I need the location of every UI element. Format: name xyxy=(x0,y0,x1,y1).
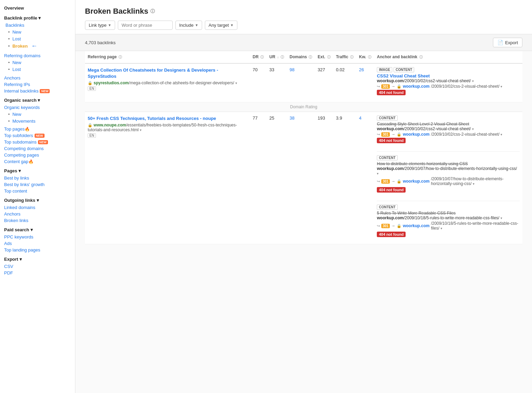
lock-icon-6: 🔒 xyxy=(397,224,401,228)
include-filter[interactable]: Include ▼ xyxy=(175,21,202,30)
sidebar-linked-domains[interactable]: Linked domains xyxy=(4,204,71,211)
domains-info-icon[interactable]: ⓘ xyxy=(309,55,312,59)
page-title-info-icon[interactable]: ⓘ xyxy=(150,8,155,14)
backlinks-count: 4,703 backlinks xyxy=(85,40,116,45)
summary-bar: 4,703 backlinks 📄 Export xyxy=(75,34,532,51)
status-301-badge-3: 301 xyxy=(381,224,390,228)
sidebar-anchors-out[interactable]: Anchors xyxy=(4,211,71,217)
sidebar-ok-new[interactable]: New xyxy=(4,111,71,118)
redirect-domain-2[interactable]: woorkup.com xyxy=(403,179,430,184)
lock-icon: 🔒 xyxy=(88,81,92,85)
anchor-info-icon[interactable]: ⓘ xyxy=(419,55,423,59)
sidebar-competing-pages[interactable]: Competing pages xyxy=(4,152,71,158)
sidebar-sub-new[interactable]: New xyxy=(4,29,71,35)
sidebar: Overview Backlink profile ▾ Backlinks Ne… xyxy=(0,0,75,393)
main-content: Broken Backlinks ⓘ Link type ▼ Include ▼… xyxy=(75,0,532,393)
link-type-chevron-icon: ▼ xyxy=(108,23,111,27)
main-header: Broken Backlinks ⓘ Link type ▼ Include ▼… xyxy=(75,0,532,34)
sidebar-ok-movements[interactable]: Movements xyxy=(4,118,71,124)
sidebar-item-backlinks[interactable]: Backlinks xyxy=(4,22,71,28)
sidebar-top-subdomains[interactable]: Top subdomains xyxy=(4,139,37,145)
sidebar-internal-backlinks[interactable]: Internal backlinks xyxy=(4,88,38,94)
export-label: Export xyxy=(505,40,518,45)
anchor-text-strikethrough-1: Cascading Style Sheet Level 2 Visual Che… xyxy=(377,122,469,126)
ur-cell-2: 25 xyxy=(267,112,287,244)
redirect-expand-icon[interactable]: ▾ xyxy=(500,85,502,88)
sidebar-sub-broken[interactable]: Broken ← xyxy=(4,42,71,50)
link-type-filter[interactable]: Link type ▼ xyxy=(85,21,115,30)
include-label: Include xyxy=(179,23,194,28)
sidebar-anchors[interactable]: Anchors xyxy=(4,75,71,81)
kw-value[interactable]: 26 xyxy=(359,67,364,72)
status-404-badge-3: 404 not found xyxy=(377,232,406,237)
path-expand-icon[interactable]: ▾ xyxy=(235,81,237,85)
word-or-phrase-input[interactable] xyxy=(118,21,173,30)
sidebar-paid-search[interactable]: Paid search ▾ xyxy=(4,227,71,232)
dr-cell: 70 xyxy=(250,63,267,102)
backlink-expand-icon[interactable]: ▾ xyxy=(472,79,474,83)
backlink-expand-icon-3[interactable]: ▾ xyxy=(500,216,502,220)
sidebar-best-by-links[interactable]: Best by links xyxy=(4,175,71,181)
traffic-info-icon[interactable]: ⓘ xyxy=(350,55,354,59)
sidebar-backlink-profile[interactable]: Backlink profile ▾ xyxy=(4,15,71,21)
ext-info-icon[interactable]: ⓘ xyxy=(327,55,331,59)
backlink-expand-icon-1[interactable]: ▾ xyxy=(472,127,474,131)
sidebar-rd-lost[interactable]: Lost xyxy=(4,66,71,73)
sidebar-ppc-keywords[interactable]: PPC keywords xyxy=(4,234,71,240)
ext-cell-2: 193 xyxy=(315,112,333,244)
sidebar-sub-lost[interactable]: Lost xyxy=(4,36,71,42)
sidebar-organic-search[interactable]: Organic search ▾ xyxy=(4,98,71,103)
sidebar-outgoing-links[interactable]: Outgoing links ▾ xyxy=(4,198,71,203)
referring-page-link[interactable]: Mega Collection Of Cheatsheets for Desig… xyxy=(88,67,247,79)
any-target-filter[interactable]: Any target ▼ xyxy=(205,21,237,30)
status-404-badge-1: 404 not found xyxy=(377,138,406,143)
export-button[interactable]: 📄 Export xyxy=(493,38,522,47)
content-labels-1: CONTENT xyxy=(377,115,520,121)
redirect-arrow2-icon-2: → xyxy=(391,179,395,184)
sidebar-pdf[interactable]: PDF xyxy=(4,270,71,276)
backlink-expand-icon-2[interactable]: ▾ xyxy=(377,172,379,175)
sidebar-content-gap[interactable]: Content gap xyxy=(4,158,28,165)
sidebar-referring-ips[interactable]: Referring IPs xyxy=(4,81,71,88)
sidebar-pages[interactable]: Pages ▾ xyxy=(4,168,71,173)
redirect-domain-3[interactable]: woorkup.com xyxy=(403,223,430,228)
sidebar-referring-domains[interactable]: Referring domains xyxy=(4,52,71,59)
path-expand-icon-2[interactable]: ▾ xyxy=(140,128,141,132)
kw-value-2[interactable]: 4 xyxy=(359,115,361,121)
export-icon: 📄 xyxy=(497,40,503,45)
redirect-expand-icon-3[interactable]: ▾ xyxy=(441,226,442,230)
status-301-badge-2: 301 xyxy=(381,179,390,184)
domains-value[interactable]: 98 xyxy=(289,67,294,72)
sidebar-top-subfolders[interactable]: Top subfolders xyxy=(4,132,33,139)
sidebar-organic-keywords[interactable]: Organic keywords xyxy=(4,104,71,111)
domains-cell-2: 38 xyxy=(287,112,315,244)
sidebar-top-content[interactable]: Top content xyxy=(4,188,71,194)
sidebar-rd-new[interactable]: New xyxy=(4,59,71,66)
sidebar-ads[interactable]: Ads xyxy=(4,240,71,247)
redirect-expand-icon-2[interactable]: ▾ xyxy=(473,182,474,186)
sidebar-best-by-links-growth[interactable]: Best by links' growth xyxy=(4,181,71,188)
dr-info-icon[interactable]: ⓘ xyxy=(260,55,264,59)
referring-page-info-icon[interactable]: ⓘ xyxy=(119,55,122,59)
redirect-domain[interactable]: woorkup.com xyxy=(403,84,430,89)
sidebar-top-landing-pages[interactable]: Top landing pages xyxy=(4,247,71,253)
redirect-expand-icon-1[interactable]: ▾ xyxy=(500,133,502,136)
content-label-2: CONTENT xyxy=(377,155,397,160)
sidebar-overview[interactable]: Overview xyxy=(4,5,71,11)
sidebar-export[interactable]: Export ▾ xyxy=(4,257,71,262)
ur-info-icon[interactable]: ⓘ xyxy=(281,55,284,59)
content-label: CONTENT xyxy=(394,67,414,72)
kw-info-icon[interactable]: ⓘ xyxy=(368,55,371,59)
sidebar-top-pages[interactable]: Top pages xyxy=(4,126,25,132)
sidebar-broken-links[interactable]: Broken links xyxy=(4,217,71,224)
anchor-link[interactable]: CSS2 Visual Cheat Sheet xyxy=(377,73,430,78)
domains-value-2[interactable]: 38 xyxy=(289,115,294,121)
sidebar-competing-domains[interactable]: Competing domains xyxy=(4,145,71,152)
anchor-cell-2: CONTENT Cascading Style Sheet Level 2 Vi… xyxy=(374,112,522,244)
redirect-arrow-icon: ↪ xyxy=(377,84,380,89)
redirect-path-3: /2009/10/18/5-rules-to-write-more-readab… xyxy=(431,221,520,231)
sidebar-csv[interactable]: CSV xyxy=(4,263,71,270)
referring-page-link-2[interactable]: 50+ Fresh CSS Techniques, Tutorials and … xyxy=(88,115,247,122)
ur-sort-icon[interactable]: ↓ xyxy=(277,55,279,59)
redirect-domain-1[interactable]: woorkup.com xyxy=(403,132,430,137)
